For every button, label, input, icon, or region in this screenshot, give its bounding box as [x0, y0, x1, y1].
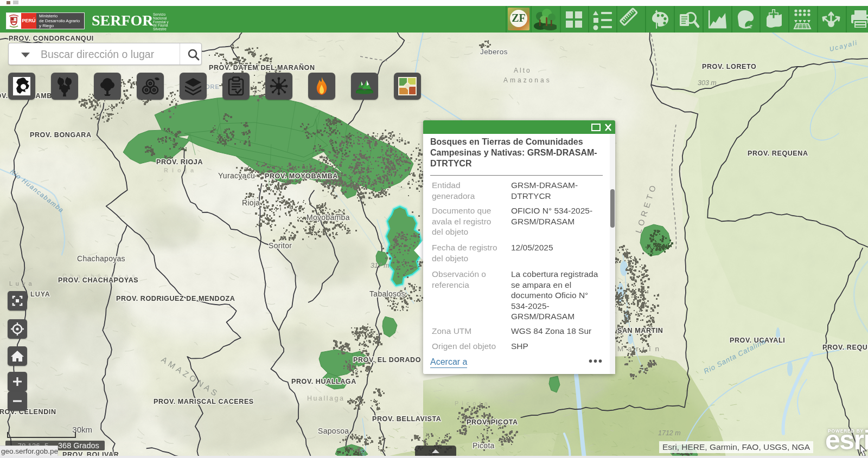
svg-text:303 m: 303 m — [698, 79, 717, 87]
svg-text:M a r t í n: M a r t í n — [617, 345, 660, 353]
svg-text:ORE: ORE — [205, 83, 220, 90]
svg-text:PROV. BONGARA: PROV. BONGARA — [30, 131, 92, 139]
svg-text:PROV. PICOTA: PROV. PICOTA — [467, 418, 518, 426]
svg-text:PROV. EL DORADO: PROV. EL DORADO — [353, 356, 421, 364]
svg-text:317 m: 317 m — [371, 262, 390, 269]
svg-text:Rioja: Rioja — [242, 198, 260, 207]
svg-text:LUYA: LUYA — [30, 291, 50, 298]
svg-text:C h a c h a p o y a s: C h a c h a p o y a s — [62, 273, 136, 279]
svg-text:Picota: Picota — [473, 441, 495, 450]
svg-text:PROV. HUALLAGA: PROV. HUALLAGA — [291, 378, 356, 385]
svg-text:Saposoa: Saposoa — [318, 427, 349, 435]
svg-text:Moyobamba: Moyobamba — [307, 213, 350, 222]
svg-text:Yuracyacu: Yuracyacu — [218, 171, 255, 180]
svg-text:PROV. REQUENA: PROV. REQUENA — [748, 150, 808, 157]
svg-text:Chachapoyas: Chachapoyas — [77, 254, 125, 263]
svg-text:R i o j a: R i o j a — [164, 167, 195, 173]
svg-text:PROV. LORETO: PROV. LORETO — [702, 63, 756, 70]
svg-text:Tabalosos: Tabalosos — [369, 289, 405, 298]
svg-text:PROV. REQUENA: PROV. REQUENA — [822, 344, 868, 351]
svg-text:PROV. RODRIGUEZ DE MENDOZA: PROV. RODRIGUEZ DE MENDOZA — [116, 295, 235, 302]
svg-text:PROV. DATEM DEL MARAÑON: PROV. DATEM DEL MARAÑON — [209, 63, 315, 72]
svg-text:Jeberos: Jeberos — [480, 48, 508, 56]
svg-text:Soritor: Soritor — [269, 241, 292, 250]
svg-text:PROV. BELLAVISTA: PROV. BELLAVISTA — [372, 415, 441, 423]
svg-text:PROV. MOYOBAMBA: PROV. MOYOBAMBA — [265, 172, 338, 180]
svg-text:PROV. MARISCAL CACERES: PROV. MARISCAL CACERES — [154, 398, 254, 405]
svg-text:PROV. CONDORCANQUI: PROV. CONDORCANQUI — [9, 35, 94, 42]
svg-text:L u y a: L u y a — [9, 280, 33, 287]
svg-text:PROV. RIOJA: PROV. RIOJA — [156, 158, 203, 166]
svg-text:Huallaga: Huallaga — [307, 395, 344, 402]
svg-text:1712 m: 1712 m — [658, 429, 681, 437]
svg-text:SAN MARTIN: SAN MARTIN — [617, 327, 663, 334]
svg-text:P i c o t a: P i c o t a — [455, 400, 488, 407]
svg-text:e: e — [749, 22, 752, 30]
svg-text:Alto: Alto — [514, 67, 532, 74]
svg-text:Amazonas: Amazonas — [503, 76, 552, 84]
